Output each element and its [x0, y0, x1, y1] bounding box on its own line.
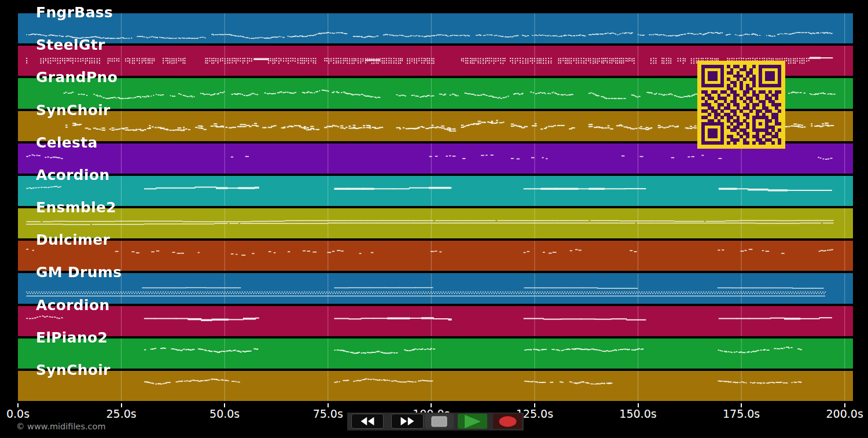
timeline-tick: [431, 403, 432, 407]
timeline-tick: [741, 403, 742, 407]
timeline-tick-label: 175.0s: [712, 407, 770, 420]
track-label: GM Drums: [36, 264, 122, 281]
timeline-tick: [844, 403, 845, 407]
fast-forward-button[interactable]: [391, 414, 424, 429]
play-icon: [464, 414, 482, 429]
track-band-ensmble2: [18, 208, 853, 238]
timeline-tick-label: 50.0s: [196, 407, 253, 420]
track-label: Ensmble2: [36, 200, 116, 216]
track-label: FngrBass: [36, 5, 113, 21]
timeline-tick: [224, 403, 225, 407]
track-label: SteelGtr: [36, 37, 105, 53]
rewind-icon: [359, 416, 376, 426]
copyright-text: © www.midifiles.com: [16, 422, 106, 431]
record-button[interactable]: [493, 414, 522, 429]
record-icon: [498, 415, 517, 428]
track-label: GrandPno: [36, 69, 117, 86]
track-band-acordion: [18, 176, 853, 206]
fast-forward-icon: [399, 416, 416, 426]
track-label: Celesta: [36, 135, 98, 151]
transport-bar: [347, 413, 524, 430]
rewind-button[interactable]: [351, 414, 384, 429]
timeline-tick-label: 200.0s: [816, 407, 868, 420]
timeline-tick: [121, 403, 122, 407]
track-label: SynChoir: [36, 362, 111, 378]
midi-track-visualization: FngrBassSteelGtrGrandPnoSynChoirCelestaA…: [0, 0, 868, 438]
track-label: ElPiano2: [36, 330, 108, 346]
timeline-tick: [638, 403, 639, 407]
track-band-acordion: [18, 306, 853, 336]
track-label: Dulcimer: [36, 232, 110, 248]
timeline-tick: [328, 403, 329, 407]
timeline-tick: [534, 403, 535, 407]
track-band-fngrbass: [18, 13, 853, 43]
track-band-gm-drums: [18, 273, 853, 303]
timeline-tick-label: 25.0s: [93, 407, 150, 420]
timeline-tick: [17, 403, 19, 407]
qr-code: [697, 61, 785, 149]
track-band-dulcimer: [18, 241, 853, 271]
stop-button[interactable]: [425, 414, 454, 429]
track-band-elpiano2: [18, 338, 853, 369]
timeline-tick-label: 0.0s: [0, 407, 47, 420]
track-label: Acordion: [36, 167, 110, 183]
track-label: Acordion: [36, 297, 110, 314]
play-button[interactable]: [458, 414, 487, 429]
track-band-synchoir: [18, 371, 853, 401]
track-label: SynChoir: [36, 102, 111, 119]
timeline-tick-label: 150.0s: [609, 407, 667, 420]
stop-icon: [431, 416, 447, 427]
